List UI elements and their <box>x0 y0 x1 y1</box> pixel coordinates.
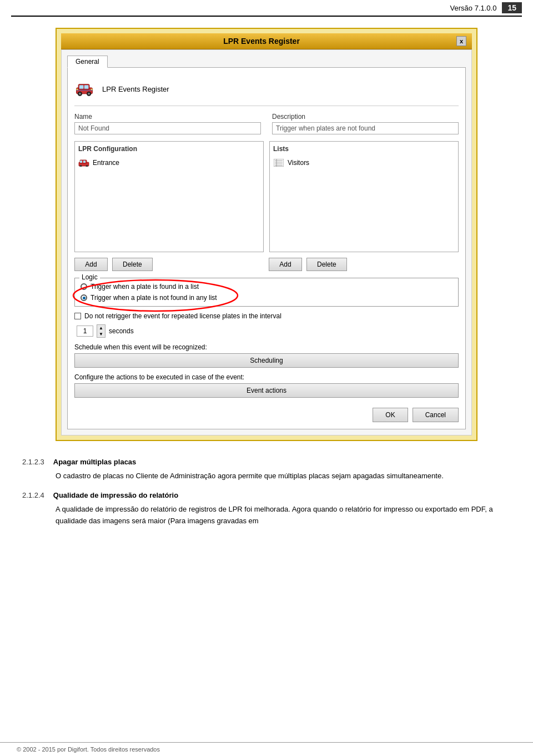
dialog-body: General <box>61 49 472 435</box>
small-car-icon <box>78 158 89 167</box>
dialog-tabs: General <box>67 56 466 68</box>
checkbox-label: Do not retrigger the event for repeated … <box>84 312 281 320</box>
actions-label: Configure the actions to be executed in … <box>74 373 459 381</box>
lists-panel: Lists <box>269 141 459 252</box>
list-icon <box>273 158 284 167</box>
dialog-header-row: LPR Events Register <box>74 74 459 106</box>
dialog-window: LPR Events Register x General <box>56 28 477 441</box>
delete-right-button[interactable]: Delete <box>306 258 347 271</box>
description-input[interactable]: Trigger when plates are not found <box>272 122 459 134</box>
description-label: Description <box>272 113 459 121</box>
radio-option-2-label: Trigger when a plate is not found in any… <box>90 294 217 302</box>
section-2-1-2-3: 2.1.2.3 Apagar múltiplas placas O cadast… <box>17 458 516 482</box>
content-wrapper: LPR Events Register x General <box>0 17 533 547</box>
section-2-1-2-3-body: O cadastro de placas no Cliente de Admin… <box>56 470 511 482</box>
svg-point-5 <box>79 93 81 95</box>
name-description-row: Name Not Found Description Trigger when … <box>74 113 459 134</box>
radio-selected-icon <box>81 294 87 301</box>
add-delete-row: Add Delete Add Delete <box>74 258 459 271</box>
event-actions-button[interactable]: Event actions <box>74 383 459 398</box>
section-2-1-2-4-number: 2.1.2.4 <box>22 491 44 499</box>
radio-option-1-label: Trigger when a plate is found in a list <box>90 283 199 291</box>
panels-row: LPR Configuration <box>74 141 459 252</box>
version-label: Versão 7.1.0.0 <box>450 4 497 12</box>
schedule-label: Schedule when this event will be recogni… <box>74 343 459 351</box>
car-icon <box>74 78 97 100</box>
cancel-button[interactable]: Cancel <box>413 408 459 422</box>
name-input[interactable]: Not Found <box>74 122 261 134</box>
lists-item-label: Visitors <box>288 159 309 167</box>
lpr-config-label: LPR Configuration <box>78 145 260 153</box>
footer-text: © 2002 - 2015 por Digifort. Todos direit… <box>17 746 160 753</box>
lpr-config-item-label: Entrance <box>93 159 119 167</box>
dialog-titlebar: LPR Events Register x <box>61 33 472 49</box>
page-header: Versão 7.1.0.0 15 <box>11 0 522 17</box>
radio-empty-icon <box>81 283 87 290</box>
svg-rect-2 <box>79 86 83 89</box>
checkbox-icon <box>74 313 81 319</box>
svg-rect-15 <box>80 161 82 163</box>
name-label: Name <box>74 113 261 121</box>
svg-point-7 <box>88 93 90 95</box>
dialog-title: LPR Events Register <box>67 37 456 46</box>
name-field-col: Name Not Found <box>74 113 261 134</box>
ok-button[interactable]: OK <box>373 408 408 422</box>
lists-label: Lists <box>273 145 455 153</box>
spinner-up-button[interactable]: ▲ <box>97 325 105 331</box>
close-button[interactable]: x <box>456 36 466 46</box>
tab-general[interactable]: General <box>67 56 108 68</box>
add-right-button[interactable]: Add <box>269 258 302 271</box>
description-field-col: Description Trigger when plates are not … <box>272 113 459 134</box>
checkbox-row[interactable]: Do not retrigger the event for repeated … <box>74 312 459 320</box>
svg-rect-10 <box>77 90 93 91</box>
scheduling-button[interactable]: Scheduling <box>74 353 459 368</box>
tab-content-general: LPR Events Register Name Not Found Descr… <box>67 67 466 429</box>
left-btn-group: Add Delete <box>74 258 264 271</box>
section-2-1-2-4: 2.1.2.4 Qualidade de impressão do relató… <box>17 491 516 527</box>
svg-rect-16 <box>83 161 86 163</box>
section-2-1-2-3-heading: 2.1.2.3 Apagar múltiplas placas <box>22 458 511 466</box>
spinner-row: ▲ ▼ seconds <box>77 324 459 338</box>
add-left-button[interactable]: Add <box>74 258 108 271</box>
lpr-config-panel: LPR Configuration <box>74 141 264 252</box>
logic-group: Logic Trigger when a plate is found in a… <box>74 278 459 307</box>
radio-option-1[interactable]: Trigger when a plate is found in a list <box>81 283 452 291</box>
radio-option-2[interactable]: Trigger when a plate is not found in any… <box>81 294 452 302</box>
svg-rect-3 <box>84 86 88 89</box>
spinner-down-button[interactable]: ▼ <box>97 331 105 337</box>
page-footer: © 2002 - 2015 por Digifort. Todos direit… <box>0 742 533 756</box>
delete-left-button[interactable]: Delete <box>112 258 153 271</box>
section-2-1-2-3-title: Apagar múltiplas placas <box>53 458 137 466</box>
lpr-config-item[interactable]: Entrance <box>78 157 260 168</box>
ok-cancel-row: OK Cancel <box>74 408 459 422</box>
spinner-unit-label: seconds <box>109 327 134 335</box>
section-2-1-2-4-heading: 2.1.2.4 Qualidade de impressão do relató… <box>22 491 511 499</box>
section-2-1-2-3-number: 2.1.2.3 <box>22 458 44 466</box>
spinner-arrows: ▲ ▼ <box>97 324 105 338</box>
section-2-1-2-4-title: Qualidade de impressão do relatório <box>53 491 178 499</box>
register-title: LPR Events Register <box>102 85 169 93</box>
section-2-1-2-4-body: A qualidade de impressão do relatório de… <box>56 504 511 527</box>
right-btn-group: Add Delete <box>269 258 459 271</box>
spinner-input[interactable] <box>77 326 93 337</box>
logic-group-label: Logic <box>79 273 100 281</box>
lists-item[interactable]: Visitors <box>273 157 455 168</box>
page-number: 15 <box>502 2 522 13</box>
